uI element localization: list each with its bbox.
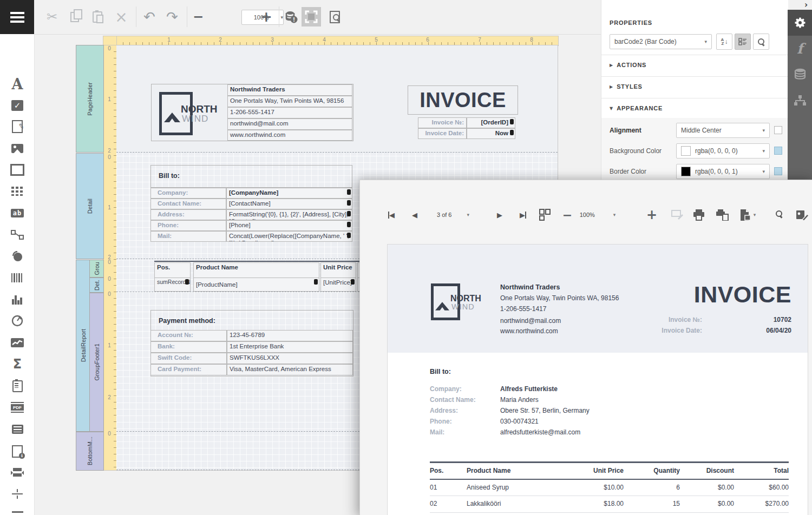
next-page-button[interactable]: ▶: [493, 207, 506, 222]
collapse-panel-button[interactable]: ›: [801, 1, 811, 10]
bill-company-label[interactable]: Company:: [150, 188, 226, 199]
band-detail-report[interactable]: DetailReport: [76, 260, 90, 432]
bill-mail-field[interactable]: Concat(Lower(Replace([CompanyName, ' ', …: [226, 231, 352, 242]
zoom-out-button[interactable]: −: [560, 207, 574, 222]
textbox-tool[interactable]: ab: [9, 205, 26, 221]
print-button[interactable]: [691, 207, 706, 222]
subreport-tool[interactable]: [9, 378, 26, 394]
preview-zoom-select[interactable]: 100% ▾: [579, 207, 617, 222]
payment-card-label[interactable]: Card Payment:: [150, 364, 227, 375]
element-selector[interactable]: barCode2 (Bar Code) ▾: [610, 34, 712, 49]
pdf-content-tool[interactable]: PDF: [9, 399, 26, 415]
invoice-date-label[interactable]: Invoice Date:: [418, 128, 467, 139]
payment-bank-label[interactable]: Bank:: [150, 341, 227, 353]
paste-icon[interactable]: [88, 8, 107, 26]
company-address-field[interactable]: One Portals Way, Twin Points WA, 98156: [227, 96, 352, 107]
print-page-button[interactable]: [714, 207, 730, 222]
text-tool[interactable]: A: [9, 76, 26, 92]
edit-content-button-disabled[interactable]: [670, 207, 685, 222]
grid-detail-product[interactable]: [ProductName]: [193, 278, 319, 292]
alignment-checkbox[interactable]: [774, 126, 782, 134]
company-phone-field[interactable]: 1-206-555-1417: [227, 107, 352, 118]
bill-mail-label[interactable]: Mail:: [150, 231, 226, 242]
zoom-out-icon[interactable]: −: [189, 8, 207, 26]
previous-page-button[interactable]: ◀: [408, 207, 421, 222]
preview-report-icon[interactable]: [325, 8, 344, 26]
company-info-block[interactable]: NORTH WIND Northwind Traders One Portals…: [151, 84, 353, 141]
zoom-in-button[interactable]: +: [645, 207, 659, 222]
invoice-title-field[interactable]: INVOICE: [408, 85, 518, 115]
tab-data-sources[interactable]: [788, 62, 812, 88]
formula-tool[interactable]: Σ: [9, 356, 26, 372]
grid-header-unitprice[interactable]: Unit Price: [320, 262, 356, 278]
band-group-header[interactable]: Grou: [89, 260, 104, 278]
shape-tool[interactable]: [9, 248, 26, 265]
grid-detail-pos[interactable]: sumRecordNumber: [154, 278, 191, 292]
bill-phone-field[interactable]: [Phone]: [226, 220, 352, 231]
bill-contact-label[interactable]: Contact Name:: [150, 199, 226, 209]
grid-header-product[interactable]: Product Name: [193, 262, 319, 278]
section-styles[interactable]: ▶ STYLES: [610, 83, 643, 90]
payment-swift-label[interactable]: Swift Code:: [150, 353, 227, 364]
page-indicator-select[interactable]: 3 of 6 ▾: [426, 207, 480, 222]
grid-detail-unitprice[interactable]: [UnitPrice]: [320, 278, 356, 292]
redo-icon[interactable]: ↷: [163, 8, 181, 26]
checkbox-tool[interactable]: ✓: [9, 97, 26, 114]
tab-report-tree[interactable]: [788, 88, 812, 114]
barcode-tool[interactable]: [9, 269, 26, 286]
copy-icon[interactable]: [66, 8, 84, 26]
payment-card-field[interactable]: Visa, MasterCard, American Express: [227, 364, 353, 375]
bill-contact-field[interactable]: [ContactName]: [226, 199, 352, 209]
section-appearance[interactable]: ▼ APPEARANCE: [610, 105, 663, 111]
undo-icon[interactable]: ↶: [140, 8, 159, 26]
background-color-checkbox[interactable]: [774, 147, 782, 155]
company-name-field[interactable]: Northwind Traders: [227, 84, 352, 96]
last-page-button[interactable]: ▶: [516, 207, 530, 222]
picture-tool[interactable]: [9, 140, 26, 156]
band-group-footer[interactable]: GroupFooter1: [89, 293, 104, 432]
bill-address-label[interactable]: Address:: [150, 209, 226, 220]
separator-tool[interactable]: [9, 486, 26, 502]
grid-header-pos[interactable]: Pos.: [154, 262, 191, 278]
preview-search-button[interactable]: [772, 207, 788, 222]
alignment-select[interactable]: Middle Center ▾: [676, 123, 770, 138]
payment-title-field[interactable]: Payment method:: [159, 317, 215, 325]
invoice-date-field[interactable]: Now: [467, 128, 515, 139]
payment-bank-field[interactable]: 1st Enterprise Bank: [227, 341, 353, 353]
invoice-no-field[interactable]: [OrderID]: [467, 117, 515, 128]
search-properties-button[interactable]: [753, 34, 769, 50]
page-break-tool[interactable]: [9, 464, 26, 480]
main-menu-button[interactable]: [0, 0, 34, 34]
edit-report-button[interactable]: [794, 207, 810, 222]
page-info-tool[interactable]: [9, 443, 26, 459]
payment-account-label[interactable]: Account №:: [150, 330, 227, 341]
line-tool[interactable]: [9, 227, 26, 243]
tab-properties-gear[interactable]: [788, 10, 812, 36]
richtext-tool[interactable]: ✎: [9, 118, 26, 135]
multi-page-view-button[interactable]: [538, 207, 553, 222]
zoom-in-icon[interactable]: +: [257, 8, 276, 26]
border-color-checkbox[interactable]: [774, 167, 782, 175]
bill-address-field[interactable]: FormatString('{0}, {1}, {2}', [Address],…: [226, 209, 352, 220]
cut-icon[interactable]: ✂: [43, 8, 61, 26]
first-page-button[interactable]: ◀: [384, 207, 398, 222]
export-button[interactable]: ▾: [737, 207, 758, 222]
payment-swift-field[interactable]: SWFTKUS6LXXX: [227, 353, 353, 364]
table-of-contents-tool[interactable]: [9, 421, 26, 437]
northwind-logo[interactable]: NORTH WIND: [158, 88, 228, 137]
category-view-button[interactable]: [735, 34, 751, 50]
fit-selection-icon[interactable]: [302, 7, 321, 27]
delete-icon[interactable]: ×: [112, 8, 130, 26]
invoice-no-label[interactable]: Invoice №:: [418, 117, 467, 128]
table-tool[interactable]: [9, 183, 26, 199]
company-web-field[interactable]: www.northwind.com: [227, 130, 352, 141]
bill-phone-label[interactable]: Phone:: [150, 220, 226, 231]
panel-tool[interactable]: [9, 162, 26, 178]
multiline-tool[interactable]: [9, 507, 26, 515]
data-source-icon[interactable]: !: [282, 8, 300, 26]
gauge-tool[interactable]: [9, 313, 26, 329]
border-color-select[interactable]: rgba(0, 0, 0, 1) ▾: [676, 164, 770, 179]
payment-account-field[interactable]: 123-45-6789: [227, 330, 353, 341]
bill-to-title-field[interactable]: Bill to:: [150, 165, 352, 188]
band-detail2[interactable]: Det.: [89, 278, 104, 293]
